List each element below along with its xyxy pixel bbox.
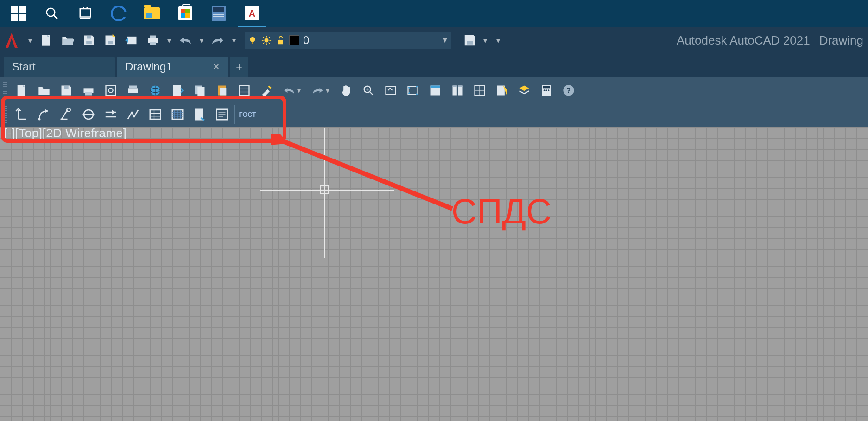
qat-new-doc[interactable] (37, 31, 56, 50)
autocad-app[interactable]: A (235, 0, 269, 27)
qat-workspace-dropdown[interactable]: ▾ (481, 31, 489, 50)
new-tab-button[interactable]: ＋ (230, 57, 248, 77)
store-icon (178, 6, 192, 20)
tb-save[interactable] (57, 81, 76, 100)
svg-line-21 (263, 37, 265, 38)
tb-print[interactable] (79, 81, 98, 100)
format-icon (193, 108, 207, 121)
calc-icon (540, 84, 553, 97)
tb-properties[interactable] (234, 81, 254, 100)
tb-paste[interactable] (212, 81, 232, 100)
svg-point-0 (47, 8, 55, 17)
ms-store[interactable] (169, 0, 202, 27)
app-menu-dropdown[interactable]: ▾ (26, 31, 34, 50)
qat-undo[interactable] (176, 31, 195, 50)
tb-markup[interactable] (492, 81, 512, 100)
qat-workspace-save[interactable] (461, 31, 479, 50)
calculator[interactable] (202, 0, 235, 27)
qat-undo-dropdown[interactable]: ▾ (197, 31, 206, 50)
tb-publish-web[interactable] (146, 81, 165, 100)
tb-zoom-extents[interactable] (403, 81, 423, 100)
spds-hatch[interactable] (168, 105, 187, 124)
tb-match-prop[interactable] (257, 81, 276, 100)
annotation-label: СПДС (451, 191, 551, 231)
zoom-extents-icon (406, 84, 419, 97)
qat-save-as[interactable] (101, 31, 120, 50)
win-search-button[interactable] (35, 0, 69, 27)
tb-pan[interactable] (336, 81, 356, 100)
toolbar-grip[interactable] (3, 106, 7, 123)
tab-drawing1[interactable]: Drawing1 ✕ (117, 57, 228, 77)
spds-break-line[interactable] (79, 105, 98, 124)
tb-sheet-set[interactable] (448, 81, 467, 100)
hatch-icon (171, 108, 184, 121)
search-icon (45, 6, 59, 20)
tb-plot-preview[interactable] (101, 81, 120, 100)
spds-gost[interactable]: ГОСТ (234, 105, 260, 124)
spds-section-mark[interactable] (101, 105, 120, 124)
svg-rect-63 (543, 86, 550, 89)
spds-format[interactable] (190, 105, 209, 124)
layer-dropdown-icon[interactable]: ▼ (441, 36, 449, 45)
tb-design-center[interactable] (470, 81, 489, 100)
spds-welding[interactable] (123, 105, 143, 124)
qat-customize-dropdown[interactable]: ▾ (494, 31, 502, 50)
tb-layers[interactable] (514, 81, 534, 100)
spds-spec[interactable] (212, 105, 232, 124)
tb-tool-palettes[interactable] (425, 81, 445, 100)
toolbar-grip[interactable] (3, 82, 7, 99)
close-icon[interactable]: ✕ (213, 62, 220, 72)
spds-node-mark[interactable] (34, 105, 54, 124)
spds-level-mark[interactable] (12, 105, 32, 124)
save-icon (82, 34, 95, 47)
edge-browser[interactable] (102, 0, 135, 27)
tb-cut[interactable] (168, 81, 187, 100)
qat-print-dropdown[interactable]: ▾ (165, 31, 173, 50)
svg-line-1 (54, 15, 58, 19)
spds-axis[interactable] (57, 105, 76, 124)
tb-open[interactable] (34, 81, 54, 100)
svg-rect-42 (220, 88, 226, 95)
win-start-button[interactable] (2, 0, 35, 27)
svg-text:?: ? (566, 86, 571, 95)
autocad-icon: A (245, 6, 259, 20)
tb-zoom-realtime[interactable] (359, 81, 378, 100)
spds-table[interactable] (146, 105, 165, 124)
tb-redo[interactable]: ▾ (308, 81, 334, 100)
svg-rect-12 (150, 36, 156, 38)
svg-rect-26 (467, 41, 473, 45)
svg-rect-50 (386, 87, 396, 94)
tb-copy[interactable] (190, 81, 209, 100)
svg-rect-40 (197, 87, 204, 96)
zoom-icon (362, 84, 375, 97)
win-task-view-button[interactable] (69, 0, 102, 27)
layer-color-swatch (289, 35, 299, 45)
svg-point-65 (545, 89, 547, 91)
qat-print[interactable] (144, 31, 162, 50)
qat-redo-dropdown[interactable]: ▾ (230, 31, 238, 50)
node-mark-icon (37, 108, 51, 121)
svg-rect-8 (87, 36, 91, 39)
qat-save[interactable] (80, 31, 98, 50)
tab-start[interactable]: Start (4, 57, 115, 77)
svg-point-64 (544, 89, 545, 91)
tb-help[interactable]: ? (559, 81, 578, 100)
qat-open-web[interactable] (122, 31, 141, 50)
tb-batch-plot[interactable] (123, 81, 143, 100)
drawing-canvas[interactable]: [-][Top][2D Wireframe] (0, 127, 868, 421)
qat-open-doc[interactable] (58, 31, 77, 50)
gost-label: ГОСТ (239, 111, 256, 118)
tb-undo[interactable]: ▾ (279, 81, 305, 100)
copy-icon (193, 84, 206, 97)
tb-zoom-window[interactable] (381, 81, 400, 100)
cut-icon (171, 84, 184, 97)
tb-quickcalc[interactable] (537, 81, 556, 100)
qat-redo[interactable] (209, 31, 227, 50)
app-menu-button[interactable] (0, 27, 23, 54)
viewport-label[interactable]: [-][Top][2D Wireframe] (4, 126, 127, 140)
palette-icon (429, 84, 442, 97)
layer-control[interactable]: 0 ▼ (245, 32, 451, 49)
toolbars: ▾ ▾ ? ГОСТ (0, 77, 868, 130)
tb-new-doc[interactable] (12, 81, 32, 100)
file-explorer[interactable] (135, 0, 169, 27)
